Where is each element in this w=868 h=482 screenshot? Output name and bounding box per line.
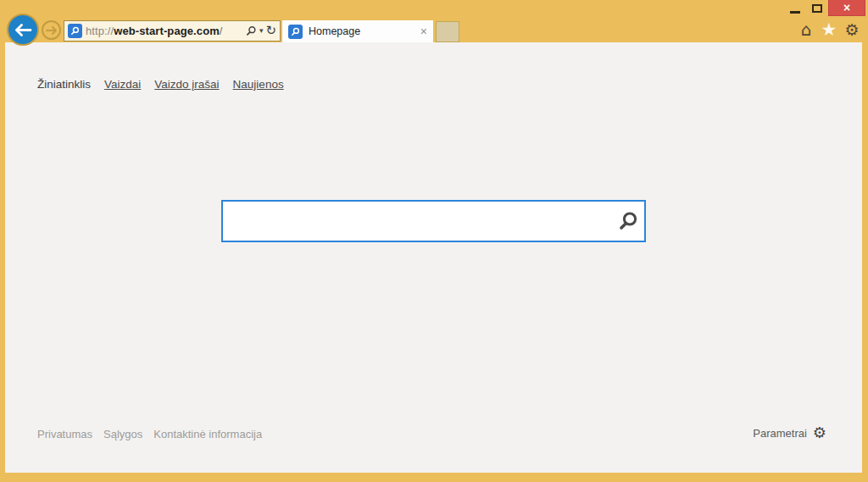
tools-gear-button[interactable]: ⚙ [842, 22, 862, 38]
footer-link-contact[interactable]: Kontaktinė informacija [153, 428, 262, 440]
address-favicon-icon [68, 24, 82, 38]
url-host: web-start-page.com [114, 25, 220, 37]
footer-link-terms[interactable]: Sąlygos [103, 428, 142, 440]
window-caption: × [784, 0, 865, 17]
refresh-button[interactable]: ↻ [265, 25, 276, 37]
footer-link-privacy[interactable]: Privatumas [37, 428, 92, 440]
nav-tab-web[interactable]: Žiniatinklis [37, 78, 91, 91]
close-button[interactable]: × [828, 0, 865, 16]
settings-gear-icon: ⚙ [813, 425, 826, 440]
search-input[interactable] [223, 202, 610, 241]
footer-links: Privatumas Sąlygos Kontaktinė informacij… [37, 428, 262, 440]
tab-close-button[interactable]: × [420, 25, 427, 37]
minimize-button[interactable] [784, 0, 806, 17]
tab-favicon-icon [288, 25, 303, 39]
nav-link-videos[interactable]: Vaizdo įrašai [154, 78, 219, 91]
nav-link-news[interactable]: Naujienos [233, 78, 284, 91]
back-button[interactable] [7, 14, 39, 46]
url-text: http://web-start-page.com/ [86, 25, 242, 37]
search-category-nav: Žiniatinklis Vaizdai Vaizdo įrašai Nauji… [37, 78, 284, 91]
tab-homepage[interactable]: Homepage × [282, 20, 433, 42]
search-icon [616, 210, 639, 233]
url-path: / [220, 25, 223, 37]
close-icon: × [843, 1, 850, 14]
nav-link-images[interactable]: Vaizdai [104, 78, 141, 91]
forward-arrow-icon [46, 26, 57, 35]
new-tab-button[interactable] [436, 21, 459, 42]
settings-label: Parametrai [753, 427, 807, 440]
address-bar[interactable]: http://web-start-page.com/ ▾ ↻ [64, 20, 281, 42]
browser-toolbar-icons: ⌂ ★ ⚙ [796, 20, 862, 39]
address-bar-tools: ▾ ↻ [246, 25, 276, 37]
search-box [221, 200, 646, 242]
page-content: Žiniatinklis Vaizdai Vaizdo įrašai Nauji… [5, 42, 862, 473]
search-submit-button[interactable] [610, 202, 644, 241]
address-dropdown-button[interactable]: ▾ [259, 27, 264, 35]
maximize-icon [812, 4, 822, 13]
forward-button[interactable] [42, 20, 61, 40]
home-button[interactable]: ⌂ [796, 21, 816, 38]
settings-button[interactable]: Parametrai ⚙ [753, 425, 826, 440]
address-search-icon[interactable] [246, 25, 257, 36]
minimize-icon [790, 11, 800, 14]
favorites-star-button[interactable]: ★ [819, 21, 839, 39]
maximize-button[interactable] [806, 0, 828, 17]
url-scheme: http:// [86, 25, 114, 37]
tab-title: Homepage [309, 25, 415, 37]
back-arrow-icon [14, 24, 32, 36]
